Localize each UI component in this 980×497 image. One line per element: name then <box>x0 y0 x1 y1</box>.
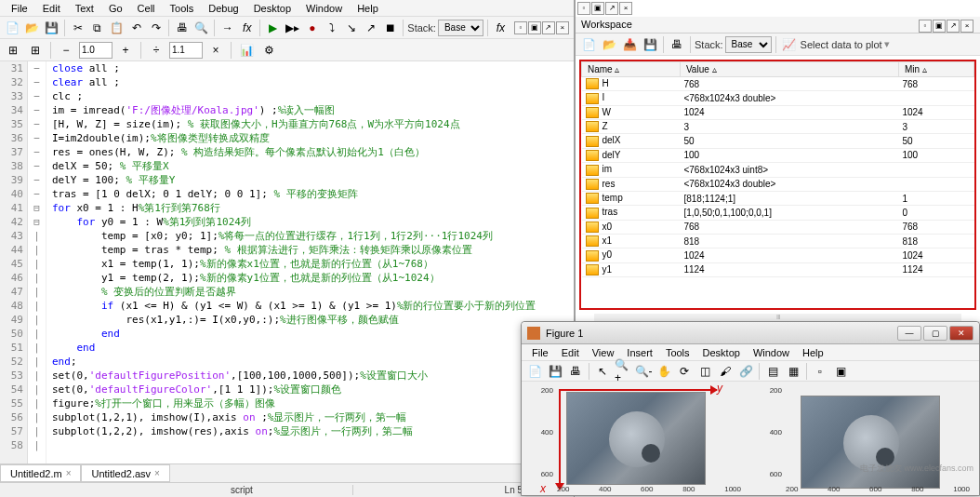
code-area[interactable]: 3132333435363738394041424344454647484950… <box>0 61 574 463</box>
ws-undock-icon[interactable]: ↗ <box>605 2 618 15</box>
new-var-icon[interactable]: 📄 <box>579 35 598 54</box>
menu-debug[interactable]: Debug <box>201 1 245 16</box>
stop-icon[interactable]: ⏹ <box>381 19 399 37</box>
fig-menu-file[interactable]: File <box>525 346 555 359</box>
menu-file[interactable]: File <box>4 1 35 16</box>
menu-cell[interactable]: Cell <box>130 1 163 16</box>
ws-col-name[interactable]: Name ▵ <box>582 62 681 77</box>
menu-desktop[interactable]: Desktop <box>246 1 298 16</box>
legend-icon[interactable]: ▦ <box>784 362 802 381</box>
tab-0[interactable]: Untitled2.m× <box>0 464 81 482</box>
cell-insert-icon[interactable]: ⊞ <box>26 41 45 60</box>
open-var-icon[interactable]: 📂 <box>600 35 618 54</box>
pan-icon[interactable]: ✋ <box>655 362 673 381</box>
ws-col-value[interactable]: Value ▵ <box>680 62 898 77</box>
ws-close-icon[interactable]: × <box>619 2 632 15</box>
ws-undock2-icon[interactable]: ↗ <box>947 20 960 33</box>
redo-icon[interactable]: ↷ <box>147 19 165 37</box>
close-pane-icon[interactable]: × <box>556 21 569 34</box>
minimize-button[interactable]: — <box>897 326 921 341</box>
step-icon[interactable]: ⤵ <box>323 19 340 37</box>
import-icon[interactable]: 📥 <box>620 35 639 54</box>
ws-min2-icon[interactable]: ▫ <box>919 20 932 33</box>
copy-icon[interactable]: ⧉ <box>88 19 106 37</box>
table-row[interactable]: im<768x1024x3 uint8> <box>582 163 974 177</box>
table-row[interactable]: y010241024 <box>582 248 974 262</box>
maximize-button[interactable]: ▢ <box>923 326 947 341</box>
increment-value-1[interactable] <box>79 42 113 59</box>
ws-max-icon[interactable]: ▣ <box>591 2 604 15</box>
publish-opts-icon[interactable]: ⚙ <box>259 41 278 60</box>
breakpoint-icon[interactable]: ● <box>303 19 321 37</box>
colorbar-icon[interactable]: ▤ <box>763 362 782 381</box>
table-row[interactable]: x0768768 <box>582 220 974 234</box>
publish-icon[interactable]: 📊 <box>237 41 256 60</box>
increment-icon[interactable]: + <box>116 41 135 60</box>
plot-select-label[interactable]: Select data to plot <box>801 39 882 50</box>
undo-icon[interactable]: ↶ <box>127 19 145 37</box>
table-row[interactable]: temp[818;1124;1]1 <box>582 191 974 205</box>
table-row[interactable]: tras[1,0,50;0,1,100;0,0,1]0 <box>582 206 974 220</box>
save-ws-icon[interactable]: 💾 <box>641 35 659 54</box>
menu-window[interactable]: Window <box>298 1 350 16</box>
ws-min-icon[interactable]: ▫ <box>577 2 590 15</box>
step-in-icon[interactable]: ↘ <box>342 19 360 37</box>
find-icon[interactable]: 🔍 <box>192 19 210 37</box>
code-lines[interactable]: close all ;clear all ;clc ;im = imread('… <box>46 61 574 463</box>
minimize-pane-icon[interactable]: ▫ <box>514 21 527 34</box>
tab-close-icon[interactable]: × <box>66 468 72 478</box>
open-icon[interactable]: 📂 <box>23 19 41 37</box>
fx-icon[interactable]: fx <box>238 19 256 37</box>
new-file-icon[interactable]: 📄 <box>4 19 21 37</box>
workspace-table[interactable]: Name ▵Value ▵Min ▵H768768I<768x1024x3 do… <box>579 60 976 310</box>
fig-save-icon[interactable]: 💾 <box>546 362 564 381</box>
zoomin-icon[interactable]: 🔍+ <box>614 362 632 381</box>
table-row[interactable]: y111241124 <box>582 262 974 276</box>
save-icon[interactable]: 💾 <box>43 19 60 37</box>
fig-menu-view[interactable]: View <box>586 346 621 359</box>
fig-menu-desktop[interactable]: Desktop <box>696 346 747 359</box>
link-icon[interactable]: 🔗 <box>736 362 755 381</box>
table-row[interactable]: delY100100 <box>582 148 974 162</box>
fx-button-icon[interactable]: fx <box>492 19 510 37</box>
menu-text[interactable]: Text <box>68 1 101 16</box>
run-icon[interactable]: ▶ <box>264 19 282 37</box>
plot-icon[interactable]: 📈 <box>780 35 799 54</box>
stack-select[interactable]: Base <box>438 20 483 36</box>
workspace-scroll[interactable]: ⅲ <box>594 314 961 321</box>
ws-col-min[interactable]: Min ▵ <box>898 62 973 77</box>
rotate-icon[interactable]: ⟳ <box>675 362 694 381</box>
fig-menu-tools[interactable]: Tools <box>659 346 696 359</box>
cell-mode-icon[interactable]: ⊞ <box>4 41 22 60</box>
ws-close2-icon[interactable]: × <box>960 20 973 33</box>
datacursor-icon[interactable]: ◫ <box>695 362 714 381</box>
menu-edit[interactable]: Edit <box>35 1 68 16</box>
zoomout-icon[interactable]: 🔍- <box>634 362 653 381</box>
hide-tools-icon[interactable]: ▫ <box>811 362 829 381</box>
fig-menu-window[interactable]: Window <box>747 346 796 359</box>
fig-new-icon[interactable]: 📄 <box>525 362 544 381</box>
table-row[interactable]: I<768x1024x3 double> <box>582 91 974 105</box>
print-ws-icon[interactable]: 🖶 <box>668 35 686 54</box>
fold-column[interactable]: −−−−−−−−−−⊟⊟|||||||||||||||| <box>28 61 46 463</box>
table-row[interactable]: Z33 <box>582 120 974 134</box>
table-row[interactable]: W10241024 <box>582 105 974 119</box>
print-icon[interactable]: 🖶 <box>173 19 191 37</box>
fig-menu-insert[interactable]: Insert <box>620 346 659 359</box>
pointer-icon[interactable]: ↖ <box>593 362 612 381</box>
menu-go[interactable]: Go <box>101 1 130 16</box>
paste-icon[interactable]: 📋 <box>108 19 126 37</box>
maximize-pane-icon[interactable]: ▣ <box>528 21 541 34</box>
fig-menu-edit[interactable]: Edit <box>555 346 586 359</box>
table-row[interactable]: res<768x1024x3 double> <box>582 177 974 191</box>
ws-stack-select[interactable]: Base <box>725 36 772 53</box>
brush-icon[interactable]: 🖌 <box>716 362 735 381</box>
cut-icon[interactable]: ✂ <box>69 19 86 37</box>
table-row[interactable]: H768768 <box>582 77 974 91</box>
close-button[interactable]: ✕ <box>949 326 973 341</box>
ws-max2-icon[interactable]: ▣ <box>933 20 946 33</box>
fig-menu-help[interactable]: Help <box>796 346 830 359</box>
tab-1[interactable]: Untitled2.asv× <box>81 464 169 482</box>
table-row[interactable]: x1818818 <box>582 234 974 248</box>
goto-icon[interactable]: → <box>219 19 236 37</box>
